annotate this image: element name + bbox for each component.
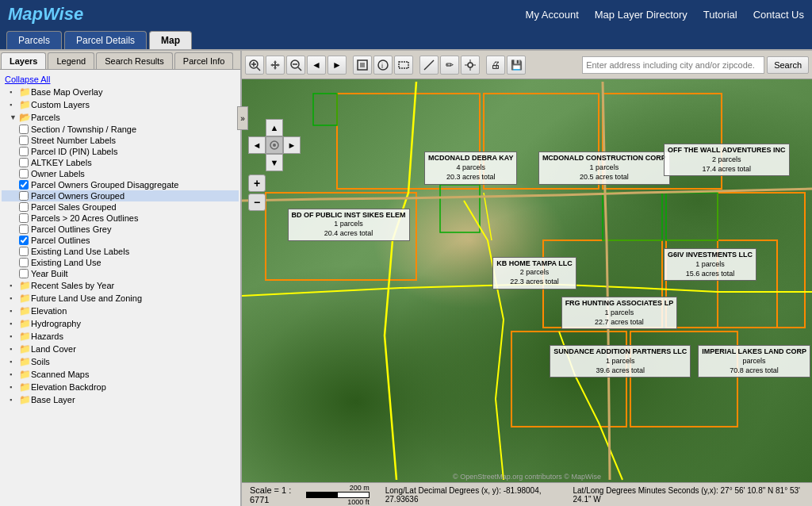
layer-checkbox[interactable] <box>19 169 29 178</box>
svg-rect-8 <box>360 63 365 67</box>
measure-button[interactable] <box>419 56 439 75</box>
layer-label: Parcel Owners Grouped Disaggregate <box>31 180 237 190</box>
expand-icon[interactable]: ▪ <box>10 396 19 404</box>
layer-parcel-owners-grouped[interactable]: Parcel Owners Grouped <box>2 190 239 201</box>
layer-existing-land-use[interactable]: Existing Land Use <box>2 257 239 268</box>
expand-icon[interactable]: ▪ <box>10 332 19 340</box>
map-canvas[interactable]: ▲ ◄ ► ▼ + − <box>242 79 812 482</box>
layer-street-number[interactable]: Street Number Labels <box>2 135 239 146</box>
pan-south-button[interactable]: ▼ <box>266 154 283 171</box>
pan-button[interactable] <box>266 56 285 75</box>
layer-checkbox[interactable] <box>19 224 29 234</box>
expand-icon[interactable]: ▪ <box>10 294 19 302</box>
tab-map[interactable]: Map <box>149 31 192 49</box>
layer-tree: Collapse All ▪ 📁 Base Map Overlay ▪ 📁 Cu… <box>0 70 240 506</box>
expand-icon[interactable]: ▪ <box>10 88 19 96</box>
layer-parcels-group[interactable]: ▼ 📂 Parcels <box>2 111 239 124</box>
select-rect-button[interactable] <box>394 56 413 75</box>
pan-west-button[interactable]: ◄ <box>248 136 266 154</box>
expand-icon[interactable]: ▪ <box>10 307 19 315</box>
inner-tab-search-results[interactable]: Search Results <box>96 52 173 69</box>
layer-checkbox[interactable] <box>19 258 29 267</box>
layer-checkbox[interactable] <box>19 247 29 256</box>
svg-line-14 <box>427 65 429 67</box>
expand-icon[interactable]: ▪ <box>10 320 19 328</box>
forward-button[interactable]: ► <box>327 56 347 75</box>
layer-year-built[interactable]: Year Built <box>2 268 239 279</box>
layer-soils[interactable]: ▪ 📁 Soils <box>2 355 239 368</box>
expand-icon[interactable]: ▪ <box>10 370 19 378</box>
layer-section-township[interactable]: Section / Township / Range <box>2 124 239 135</box>
layer-parcel-owners-disaggregate[interactable]: Parcel Owners Grouped Disaggregate <box>2 179 239 190</box>
pan-east-button[interactable]: ► <box>283 136 301 154</box>
layer-parcel-outlines[interactable]: Parcel Outlines <box>2 235 239 246</box>
scale-info: Scale = 1 : 6771 200 m 1000 ft <box>250 484 370 506</box>
inner-tab-layers[interactable]: Layers <box>1 52 46 69</box>
layer-land-cover[interactable]: ▪ 📁 Land Cover <box>2 343 239 355</box>
layer-checkbox[interactable] <box>19 213 29 223</box>
nav-tutorial[interactable]: Tutorial <box>703 9 737 21</box>
layer-scanned-maps[interactable]: ▪ 📁 Scanned Maps <box>2 368 239 381</box>
nav-contact-us[interactable]: Contact Us <box>753 9 804 21</box>
expand-icon[interactable]: ▪ <box>10 358 19 366</box>
parcel-boundaries-overlay <box>242 79 812 482</box>
zoom-in-control[interactable]: + <box>248 174 266 192</box>
expand-icon[interactable]: ▪ <box>10 101 19 109</box>
layer-elevation[interactable]: ▪ 📁 Elevation <box>2 305 239 317</box>
address-search-input[interactable] <box>582 56 764 74</box>
layer-parcels-20-acres[interactable]: Parcels > 20 Acres Outlines <box>2 213 239 224</box>
inner-tab-parcel-info[interactable]: Parcel Info <box>174 52 234 69</box>
zoom-out-control[interactable]: − <box>248 194 266 211</box>
zoom-in-button[interactable] <box>245 56 264 75</box>
print-button[interactable]: 🖨 <box>486 56 505 75</box>
zoom-out-button[interactable] <box>286 56 305 75</box>
layer-hazards[interactable]: ▪ 📁 Hazards <box>2 330 239 343</box>
layer-base-map-overlay[interactable]: ▪ 📁 Base Map Overlay <box>2 86 239 98</box>
nav-my-account[interactable]: My Account <box>526 9 579 21</box>
pan-north-button[interactable]: ▲ <box>266 119 283 136</box>
layer-base-layer[interactable]: ▪ 📁 Base Layer <box>2 393 239 406</box>
tab-parcels[interactable]: Parcels <box>6 31 62 49</box>
layer-checkbox[interactable] <box>19 158 29 167</box>
panel-collapse-button[interactable]: » <box>237 106 248 130</box>
expand-icon[interactable]: ▪ <box>10 282 19 289</box>
layer-checkbox[interactable] <box>19 269 29 278</box>
layer-checkbox[interactable] <box>19 236 29 245</box>
app-logo: MapWise <box>8 4 526 25</box>
layer-custom-layers[interactable]: ▪ 📁 Custom Layers <box>2 98 239 111</box>
pan-center-button[interactable] <box>266 136 283 154</box>
draw-button[interactable]: ✏ <box>440 56 459 75</box>
map-copyright: © OpenStreetMap.org contributors © MapWi… <box>453 473 601 481</box>
address-search-button[interactable]: Search <box>767 56 809 74</box>
layer-hydrography[interactable]: ▪ 📁 Hydrography <box>2 317 239 330</box>
layer-altkey[interactable]: ALTKEY Labels <box>2 157 239 168</box>
layer-checkbox[interactable] <box>19 125 29 134</box>
layer-checkbox[interactable] <box>19 147 29 156</box>
layer-existing-land-use-labels[interactable]: Existing Land Use Labels <box>2 246 239 257</box>
layer-elevation-backdrop[interactable]: ▪ 📁 Elevation Backdrop <box>2 381 239 393</box>
coords-label: Long/Lat Decimal Degrees (x, y): <box>385 486 501 495</box>
inner-tab-legend[interactable]: Legend <box>48 52 94 69</box>
collapse-all-button[interactable]: Collapse All <box>2 73 239 86</box>
coordinates-button[interactable] <box>461 56 480 75</box>
nav-map-layer-directory[interactable]: Map Layer Directory <box>595 9 688 21</box>
layer-recent-sales[interactable]: ▪ 📁 Recent Sales by Year <box>2 279 239 292</box>
layer-parcel-outlines-grey[interactable]: Parcel Outlines Grey <box>2 224 239 235</box>
identify-button[interactable]: i <box>373 56 393 75</box>
svg-rect-28 <box>511 332 626 427</box>
expand-icon[interactable]: ▪ <box>10 345 19 353</box>
layer-checkbox[interactable] <box>19 191 29 201</box>
expand-icon[interactable]: ▪ <box>10 383 19 391</box>
layer-future-land-use[interactable]: ▪ 📁 Future Land Use and Zoning <box>2 292 239 305</box>
save-button[interactable]: 💾 <box>507 56 526 75</box>
tab-parcel-details[interactable]: Parcel Details <box>64 31 147 49</box>
layer-parcel-id[interactable]: Parcel ID (PIN) Labels <box>2 146 239 157</box>
layer-checkbox[interactable] <box>19 180 29 190</box>
expand-icon[interactable]: ▼ <box>10 113 19 121</box>
full-extent-button[interactable] <box>353 56 372 75</box>
layer-checkbox[interactable] <box>19 136 29 145</box>
layer-parcel-sales-grouped[interactable]: Parcel Sales Grouped <box>2 201 239 213</box>
back-button[interactable]: ◄ <box>307 56 326 75</box>
layer-owner-labels[interactable]: Owner Labels <box>2 168 239 179</box>
layer-checkbox[interactable] <box>19 202 29 212</box>
